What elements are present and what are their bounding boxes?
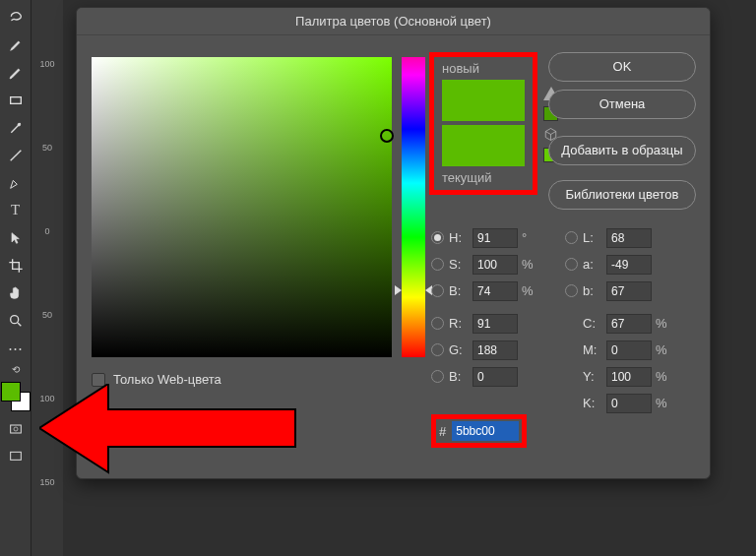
brush-tool-icon[interactable] xyxy=(2,31,30,58)
ruler-mark: 150 xyxy=(32,477,63,487)
radio-b2[interactable] xyxy=(431,370,444,383)
label-m: M: xyxy=(583,342,606,357)
zoom-tool-icon[interactable] xyxy=(2,307,30,334)
svg-rect-0 xyxy=(10,96,21,103)
color-values-grid: H: 91 ° L: 68 S: 100 % a: -49 xyxy=(431,224,697,416)
preview-current-label: текущий xyxy=(442,170,533,185)
spacer xyxy=(565,317,578,330)
input-g[interactable]: 188 xyxy=(472,340,518,360)
line-tool-icon[interactable] xyxy=(2,142,30,168)
toolbar: T ⋯ ⟲ xyxy=(0,0,32,556)
web-colors-row: Только Web-цвета xyxy=(92,372,221,387)
input-m[interactable]: 0 xyxy=(606,340,652,360)
label-k: K: xyxy=(583,396,606,410)
preview-current-swatch[interactable] xyxy=(442,125,525,166)
radio-a[interactable] xyxy=(565,258,578,271)
radio-bv[interactable] xyxy=(431,284,444,297)
screenmode-icon[interactable] xyxy=(2,443,30,469)
lasso-tool-icon[interactable] xyxy=(2,4,30,31)
input-c[interactable]: 67 xyxy=(606,314,652,334)
ruler-mark: 50 xyxy=(32,310,63,320)
radio-r[interactable] xyxy=(431,317,444,330)
label-g: G: xyxy=(449,342,472,357)
input-b[interactable]: 67 xyxy=(606,281,652,301)
ruler-mark: 50 xyxy=(32,143,63,153)
unit-y: % xyxy=(656,369,677,384)
label-y: Y: xyxy=(583,369,606,384)
web-colors-checkbox[interactable] xyxy=(92,373,105,387)
radio-g[interactable] xyxy=(431,343,444,356)
rectangle-tool-icon[interactable] xyxy=(2,87,30,113)
more-tool-icon[interactable]: ⋯ xyxy=(2,335,30,361)
hand-tool-icon[interactable] xyxy=(2,279,30,306)
input-k[interactable]: 0 xyxy=(606,394,652,413)
hue-slider[interactable] xyxy=(402,57,425,357)
input-s[interactable]: 100 xyxy=(472,255,518,275)
swap-colors-icon[interactable]: ⟲ xyxy=(2,362,30,376)
input-b2[interactable]: 0 xyxy=(472,367,518,387)
ruler-mark: 0 xyxy=(32,226,63,236)
svg-point-2 xyxy=(10,315,18,323)
radio-b[interactable] xyxy=(565,284,578,297)
hex-box: # 5bbc00 xyxy=(431,414,527,448)
spacer xyxy=(431,397,444,409)
radio-s[interactable] xyxy=(431,258,444,271)
select-tool-icon[interactable] xyxy=(2,224,30,251)
label-a: a: xyxy=(583,257,606,272)
input-h[interactable]: 91 xyxy=(472,228,518,248)
input-r[interactable]: 91 xyxy=(472,314,518,334)
svg-point-1 xyxy=(18,123,21,126)
spacer xyxy=(565,397,578,409)
preview-new-label: новый xyxy=(442,61,533,76)
wand-tool-icon[interactable] xyxy=(2,114,30,141)
label-c: C: xyxy=(583,316,606,331)
input-y[interactable]: 100 xyxy=(606,367,652,387)
input-bv[interactable]: 74 xyxy=(472,281,518,301)
label-r: R: xyxy=(449,316,472,331)
unit-m: % xyxy=(656,342,677,357)
unit-c: % xyxy=(656,316,677,331)
input-a[interactable]: -49 xyxy=(606,255,652,275)
color-picker-dialog: Палитра цветов (Основной цвет) Только We… xyxy=(76,7,711,479)
ruler-mark: 100 xyxy=(32,59,63,69)
web-colors-label: Только Web-цвета xyxy=(113,372,221,387)
label-h: H: xyxy=(449,230,472,245)
svg-point-4 xyxy=(14,427,18,431)
radio-l[interactable] xyxy=(565,231,578,244)
preview-new-swatch[interactable] xyxy=(442,80,525,121)
crop-tool-icon[interactable] xyxy=(2,252,30,278)
label-l: L: xyxy=(583,230,606,245)
radio-h[interactable] xyxy=(431,231,444,244)
add-swatch-button[interactable]: Добавить в образцы xyxy=(548,136,696,165)
label-b2: B: xyxy=(449,369,472,384)
color-preview-box: новый текущий xyxy=(429,52,537,195)
sv-cursor-icon[interactable] xyxy=(380,129,394,143)
hex-input[interactable]: 5bbc00 xyxy=(452,421,519,441)
spacer xyxy=(565,370,578,383)
ok-button[interactable]: OK xyxy=(548,52,696,82)
input-l[interactable]: 68 xyxy=(606,228,652,248)
dialog-title: Палитра цветов (Основной цвет) xyxy=(77,8,710,35)
label-bv: B: xyxy=(449,283,472,298)
unit-bv: % xyxy=(522,283,543,298)
hex-label: # xyxy=(439,424,446,439)
vertical-ruler: 100 50 0 50 100 150 xyxy=(32,0,63,556)
pen-tool-icon[interactable] xyxy=(2,169,30,196)
cancel-button[interactable]: Отмена xyxy=(548,90,696,119)
unit-h: ° xyxy=(522,230,543,245)
pencil-tool-icon[interactable] xyxy=(2,59,30,86)
svg-rect-3 xyxy=(10,425,21,433)
foreground-color-swatch[interactable] xyxy=(1,382,21,402)
unit-k: % xyxy=(656,396,677,410)
unit-s: % xyxy=(522,257,543,272)
spacer xyxy=(565,343,578,356)
saturation-brightness-field[interactable] xyxy=(92,57,392,357)
ruler-mark: 100 xyxy=(32,394,63,403)
color-libs-button[interactable]: Библиотеки цветов xyxy=(548,180,696,210)
svg-rect-5 xyxy=(10,452,21,460)
quickmask-icon[interactable] xyxy=(2,415,30,442)
hue-thumb-left-icon[interactable] xyxy=(395,285,402,295)
color-swatches[interactable] xyxy=(1,382,31,411)
type-tool-icon[interactable]: T xyxy=(2,197,30,223)
label-s: S: xyxy=(449,257,472,272)
